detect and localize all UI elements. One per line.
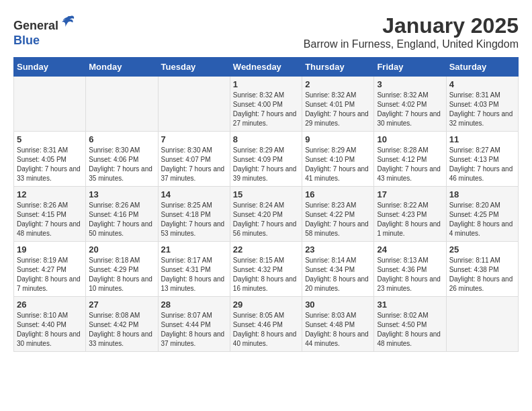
day-info: Sunrise: 8:25 AM Sunset: 4:18 PM Dayligh… bbox=[161, 201, 227, 238]
calendar-cell bbox=[158, 77, 230, 132]
day-info: Sunrise: 8:31 AM Sunset: 4:05 PM Dayligh… bbox=[17, 146, 83, 183]
day-number: 2 bbox=[305, 79, 371, 89]
day-number: 27 bbox=[89, 300, 154, 310]
day-number: 16 bbox=[305, 189, 371, 199]
day-number: 4 bbox=[449, 79, 515, 89]
day-info: Sunrise: 8:32 AM Sunset: 4:00 PM Dayligh… bbox=[233, 91, 299, 128]
calendar-week-3: 19Sunrise: 8:19 AM Sunset: 4:27 PM Dayli… bbox=[14, 242, 519, 297]
day-number: 22 bbox=[233, 244, 299, 255]
weekday-header-sunday: Sunday bbox=[14, 58, 86, 77]
calendar-cell: 4Sunrise: 8:31 AM Sunset: 4:03 PM Daylig… bbox=[446, 77, 518, 132]
day-number: 21 bbox=[161, 244, 227, 255]
calendar-cell: 18Sunrise: 8:20 AM Sunset: 4:25 PM Dayli… bbox=[446, 187, 518, 242]
weekday-header-monday: Monday bbox=[86, 58, 158, 77]
calendar-cell bbox=[14, 77, 86, 132]
day-info: Sunrise: 8:14 AM Sunset: 4:34 PM Dayligh… bbox=[305, 256, 371, 293]
calendar-week-1: 5Sunrise: 8:31 AM Sunset: 4:05 PM Daylig… bbox=[14, 132, 519, 187]
day-info: Sunrise: 8:05 AM Sunset: 4:46 PM Dayligh… bbox=[233, 311, 299, 349]
calendar-cell: 6Sunrise: 8:30 AM Sunset: 4:06 PM Daylig… bbox=[86, 132, 158, 187]
weekday-header-tuesday: Tuesday bbox=[158, 58, 230, 77]
calendar-cell: 12Sunrise: 8:26 AM Sunset: 4:15 PM Dayli… bbox=[14, 187, 86, 242]
calendar-cell: 30Sunrise: 8:03 AM Sunset: 4:48 PM Dayli… bbox=[302, 297, 374, 352]
day-number: 12 bbox=[17, 189, 83, 199]
calendar-cell: 3Sunrise: 8:32 AM Sunset: 4:02 PM Daylig… bbox=[374, 77, 446, 132]
day-info: Sunrise: 8:31 AM Sunset: 4:03 PM Dayligh… bbox=[449, 91, 515, 128]
calendar-cell: 7Sunrise: 8:30 AM Sunset: 4:07 PM Daylig… bbox=[158, 132, 230, 187]
day-number: 18 bbox=[449, 189, 515, 199]
day-number: 17 bbox=[377, 189, 443, 199]
calendar-cell bbox=[446, 297, 518, 352]
title-block: January 2025 Barrow in Furness, England,… bbox=[304, 13, 519, 50]
day-info: Sunrise: 8:18 AM Sunset: 4:29 PM Dayligh… bbox=[89, 256, 154, 293]
day-info: Sunrise: 8:32 AM Sunset: 4:02 PM Dayligh… bbox=[377, 91, 443, 128]
calendar-cell: 11Sunrise: 8:27 AM Sunset: 4:13 PM Dayli… bbox=[446, 132, 518, 187]
day-info: Sunrise: 8:07 AM Sunset: 4:44 PM Dayligh… bbox=[161, 311, 227, 349]
day-number: 11 bbox=[449, 134, 515, 144]
day-number: 24 bbox=[377, 244, 443, 255]
day-number: 9 bbox=[305, 134, 371, 144]
calendar-cell: 21Sunrise: 8:17 AM Sunset: 4:31 PM Dayli… bbox=[158, 242, 230, 297]
logo-general: General bbox=[13, 19, 58, 32]
logo-bird-icon bbox=[60, 13, 76, 30]
calendar-cell: 1Sunrise: 8:32 AM Sunset: 4:00 PM Daylig… bbox=[230, 77, 302, 132]
calendar-cell: 9Sunrise: 8:29 AM Sunset: 4:10 PM Daylig… bbox=[302, 132, 374, 187]
calendar-cell: 23Sunrise: 8:14 AM Sunset: 4:34 PM Dayli… bbox=[302, 242, 374, 297]
calendar-cell: 25Sunrise: 8:11 AM Sunset: 4:38 PM Dayli… bbox=[446, 242, 518, 297]
day-number: 26 bbox=[17, 300, 83, 310]
day-info: Sunrise: 8:29 AM Sunset: 4:10 PM Dayligh… bbox=[305, 146, 371, 183]
day-number: 29 bbox=[233, 300, 299, 310]
day-info: Sunrise: 8:26 AM Sunset: 4:16 PM Dayligh… bbox=[89, 201, 154, 238]
calendar-cell: 24Sunrise: 8:13 AM Sunset: 4:36 PM Dayli… bbox=[374, 242, 446, 297]
calendar-cell: 22Sunrise: 8:15 AM Sunset: 4:32 PM Dayli… bbox=[230, 242, 302, 297]
day-number: 1 bbox=[233, 79, 299, 89]
day-info: Sunrise: 8:17 AM Sunset: 4:31 PM Dayligh… bbox=[161, 256, 227, 293]
logo-blue: Blue bbox=[13, 34, 76, 48]
calendar-cell: 29Sunrise: 8:05 AM Sunset: 4:46 PM Dayli… bbox=[230, 297, 302, 352]
day-info: Sunrise: 8:23 AM Sunset: 4:22 PM Dayligh… bbox=[305, 201, 371, 238]
day-info: Sunrise: 8:30 AM Sunset: 4:06 PM Dayligh… bbox=[89, 146, 154, 183]
weekday-header-thursday: Thursday bbox=[302, 58, 374, 77]
logo: General Blue bbox=[13, 13, 76, 48]
calendar-cell: 26Sunrise: 8:10 AM Sunset: 4:40 PM Dayli… bbox=[14, 297, 86, 352]
day-info: Sunrise: 8:08 AM Sunset: 4:42 PM Dayligh… bbox=[89, 311, 154, 349]
calendar-cell: 2Sunrise: 8:32 AM Sunset: 4:01 PM Daylig… bbox=[302, 77, 374, 132]
day-number: 30 bbox=[305, 300, 371, 310]
day-info: Sunrise: 8:22 AM Sunset: 4:23 PM Dayligh… bbox=[377, 201, 443, 238]
day-info: Sunrise: 8:10 AM Sunset: 4:40 PM Dayligh… bbox=[17, 311, 83, 349]
calendar-week-2: 12Sunrise: 8:26 AM Sunset: 4:15 PM Dayli… bbox=[14, 187, 519, 242]
day-number: 28 bbox=[161, 300, 227, 310]
day-info: Sunrise: 8:24 AM Sunset: 4:20 PM Dayligh… bbox=[233, 201, 299, 238]
day-number: 15 bbox=[233, 189, 299, 199]
day-info: Sunrise: 8:11 AM Sunset: 4:38 PM Dayligh… bbox=[449, 256, 515, 293]
day-number: 5 bbox=[17, 134, 83, 144]
calendar-cell: 19Sunrise: 8:19 AM Sunset: 4:27 PM Dayli… bbox=[14, 242, 86, 297]
day-number: 25 bbox=[449, 244, 515, 255]
day-info: Sunrise: 8:29 AM Sunset: 4:09 PM Dayligh… bbox=[233, 146, 299, 183]
day-info: Sunrise: 8:28 AM Sunset: 4:12 PM Dayligh… bbox=[377, 146, 443, 183]
day-info: Sunrise: 8:27 AM Sunset: 4:13 PM Dayligh… bbox=[449, 146, 515, 183]
day-info: Sunrise: 8:03 AM Sunset: 4:48 PM Dayligh… bbox=[305, 311, 371, 349]
day-number: 13 bbox=[89, 189, 154, 199]
calendar-cell: 8Sunrise: 8:29 AM Sunset: 4:09 PM Daylig… bbox=[230, 132, 302, 187]
page-header: General Blue January 2025 Barrow in Furn… bbox=[13, 13, 519, 50]
calendar-cell: 27Sunrise: 8:08 AM Sunset: 4:42 PM Dayli… bbox=[86, 297, 158, 352]
calendar-cell: 14Sunrise: 8:25 AM Sunset: 4:18 PM Dayli… bbox=[158, 187, 230, 242]
day-info: Sunrise: 8:32 AM Sunset: 4:01 PM Dayligh… bbox=[305, 91, 371, 128]
day-number: 8 bbox=[233, 134, 299, 144]
day-number: 31 bbox=[377, 300, 443, 310]
day-number: 23 bbox=[305, 244, 371, 255]
calendar-cell: 28Sunrise: 8:07 AM Sunset: 4:44 PM Dayli… bbox=[158, 297, 230, 352]
day-info: Sunrise: 8:15 AM Sunset: 4:32 PM Dayligh… bbox=[233, 256, 299, 293]
calendar-cell: 5Sunrise: 8:31 AM Sunset: 4:05 PM Daylig… bbox=[14, 132, 86, 187]
calendar-week-4: 26Sunrise: 8:10 AM Sunset: 4:40 PM Dayli… bbox=[14, 297, 519, 352]
calendar-cell: 13Sunrise: 8:26 AM Sunset: 4:16 PM Dayli… bbox=[86, 187, 158, 242]
calendar-cell: 10Sunrise: 8:28 AM Sunset: 4:12 PM Dayli… bbox=[374, 132, 446, 187]
day-info: Sunrise: 8:20 AM Sunset: 4:25 PM Dayligh… bbox=[449, 201, 515, 238]
calendar-table: SundayMondayTuesdayWednesdayThursdayFrid… bbox=[13, 57, 519, 352]
day-info: Sunrise: 8:13 AM Sunset: 4:36 PM Dayligh… bbox=[377, 256, 443, 293]
day-info: Sunrise: 8:30 AM Sunset: 4:07 PM Dayligh… bbox=[161, 146, 227, 183]
calendar-cell: 15Sunrise: 8:24 AM Sunset: 4:20 PM Dayli… bbox=[230, 187, 302, 242]
calendar-cell: 31Sunrise: 8:02 AM Sunset: 4:50 PM Dayli… bbox=[374, 297, 446, 352]
calendar-week-0: 1Sunrise: 8:32 AM Sunset: 4:00 PM Daylig… bbox=[14, 77, 519, 132]
day-number: 20 bbox=[89, 244, 154, 255]
